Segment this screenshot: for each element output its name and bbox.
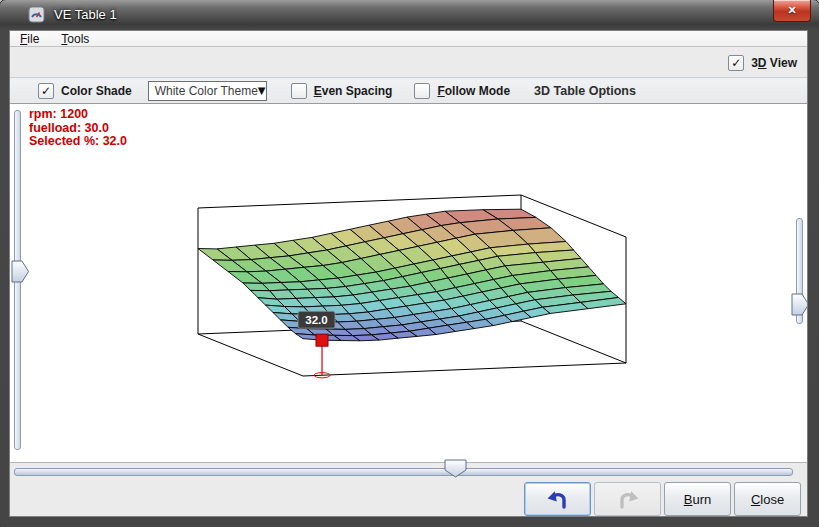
horizontal-slider-row xyxy=(10,463,807,480)
follow-mode-label: Follow Mode xyxy=(437,84,510,98)
burn-button[interactable]: Burn xyxy=(664,482,731,516)
plot-area[interactable]: rpm: 1200 fuelload: 30.0 Selected %: 32.… xyxy=(10,104,807,463)
selected-value-tooltip: 32.0 xyxy=(305,314,327,326)
right-slider-handle[interactable] xyxy=(791,293,807,316)
undo-button[interactable] xyxy=(524,482,591,516)
title-bar[interactable]: VE Table 1 ✕ xyxy=(0,0,819,30)
selected-cell-marker[interactable] xyxy=(316,334,328,346)
window-title: VE Table 1 xyxy=(54,7,117,22)
ve-surface-chart[interactable]: 32.0 xyxy=(22,104,802,462)
even-spacing-group: Even Spacing xyxy=(291,83,393,99)
ve-table-window: VE Table 1 ✕ File Tools ✓ 3D View ✓ Colo… xyxy=(0,0,819,527)
selection-readout: rpm: 1200 fuelload: 30.0 Selected %: 32.… xyxy=(29,108,127,149)
readout-rpm: rpm: 1200 xyxy=(29,108,127,122)
follow-mode-checkbox[interactable] xyxy=(414,83,430,99)
left-slider-handle[interactable] xyxy=(11,260,30,283)
color-theme-value: White Color Theme xyxy=(155,84,258,98)
view-toggle-row: ✓ 3D View xyxy=(10,48,807,77)
close-window-button[interactable]: Close xyxy=(734,482,801,516)
footer-bar: Burn Close xyxy=(10,480,807,518)
window-content: File Tools ✓ 3D View ✓ Color Shade White… xyxy=(9,30,808,517)
redo-button xyxy=(594,482,661,516)
menu-bar: File Tools xyxy=(10,31,807,47)
close-button[interactable]: ✕ xyxy=(773,0,811,22)
color-shade-checkbox[interactable]: ✓ xyxy=(38,83,54,99)
view-3d-label: 3D View xyxy=(751,56,797,70)
menu-file[interactable]: File xyxy=(16,32,43,46)
horizontal-slider-handle[interactable] xyxy=(444,459,467,478)
redo-icon xyxy=(615,488,641,510)
color-theme-dropdown[interactable]: White Color Theme ▼ xyxy=(148,81,267,101)
even-spacing-checkbox[interactable] xyxy=(291,83,307,99)
even-spacing-label: Even Spacing xyxy=(314,84,393,98)
close-icon: ✕ xyxy=(787,4,796,17)
view-3d-toggle-group: ✓ 3D View xyxy=(728,55,797,71)
app-icon xyxy=(28,6,45,23)
color-shade-label: Color Shade xyxy=(61,84,132,98)
menu-tools[interactable]: Tools xyxy=(57,32,93,46)
toolbar: ✓ Color Shade White Color Theme ▼ Even S… xyxy=(10,77,807,104)
readout-selected: Selected %: 32.0 xyxy=(29,135,127,149)
horizontal-slider-track[interactable] xyxy=(14,468,793,476)
follow-mode-group: Follow Mode xyxy=(414,83,510,99)
color-shade-group: ✓ Color Shade xyxy=(38,83,132,99)
dropdown-arrow-icon: ▼ xyxy=(258,85,266,96)
table-options-button[interactable]: 3D Table Options xyxy=(534,84,636,98)
undo-icon xyxy=(545,488,571,510)
view-3d-checkbox[interactable]: ✓ xyxy=(728,55,744,71)
readout-fuelload: fuelload: 30.0 xyxy=(29,122,127,136)
